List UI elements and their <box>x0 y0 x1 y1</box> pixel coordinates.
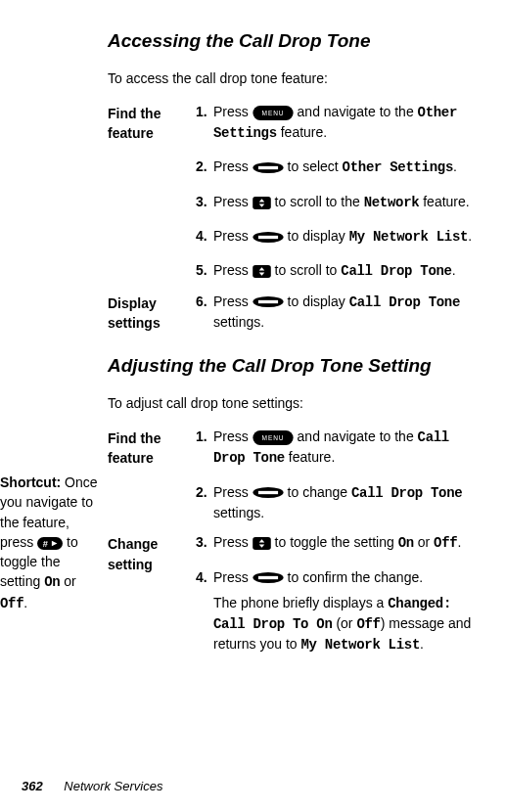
intro-adjusting: To adjust call drop tone settings: <box>108 393 483 413</box>
block-find-feature-2: Find the feature 1.Press and navigate to… <box>108 427 483 522</box>
step-3: 3.Press to scroll to the Network feature… <box>196 192 483 212</box>
hash-key-icon <box>37 537 63 550</box>
label-display-settings: Display settings <box>108 292 184 334</box>
shortcut-note: Shortcut: Once you navigate to the featu… <box>0 473 98 613</box>
step-b2: 2.Press to change Call Drop Tone setting… <box>196 482 483 523</box>
select-key-icon <box>252 296 284 307</box>
intro-accessing: To access the call drop tone feature: <box>108 68 483 88</box>
heading-accessing: Accessing the Call Drop Tone <box>108 27 483 55</box>
shortcut-label: Shortcut: <box>0 474 61 490</box>
scroll-key-icon <box>252 265 271 278</box>
label-find-feature-2: Find the feature <box>108 427 184 522</box>
label-find-feature: Find the feature <box>108 102 184 282</box>
step-2: 2.Press to select Other Settings. <box>196 157 483 177</box>
select-key-icon <box>252 162 284 173</box>
scroll-key-icon <box>252 537 271 550</box>
page-footer: 362 Network Services <box>22 778 162 796</box>
step-4: 4.Press to display My Network List. <box>196 226 483 247</box>
scroll-key-icon <box>252 197 271 209</box>
section-name: Network Services <box>64 779 162 793</box>
menu-key-icon <box>252 430 294 445</box>
block-display-settings: Display settings 6.Press to display Call… <box>108 292 483 334</box>
step-6: 6.Press to display Call Drop Tone settin… <box>196 292 483 333</box>
step-b3: 3.Press to toggle the setting On or Off. <box>196 532 483 553</box>
heading-adjusting: Adjusting the Call Drop Tone Setting <box>108 352 483 380</box>
menu-key-icon <box>252 106 294 120</box>
label-change-setting: Change setting <box>108 532 184 654</box>
step-b4: 4.Press to confirm the change. The phone… <box>196 567 483 655</box>
step-1: 1.Press and navigate to the Other Settin… <box>196 102 483 144</box>
shortcut-off: Off <box>0 596 23 611</box>
select-key-icon <box>252 487 284 498</box>
shortcut-on: On <box>44 574 60 590</box>
select-key-icon <box>252 232 284 243</box>
shortcut-text-3: or <box>60 573 75 589</box>
select-key-icon <box>252 572 284 583</box>
step-b1: 1.Press and navigate to the Call Drop To… <box>196 427 483 469</box>
block-find-feature-1: Find the feature 1.Press and navigate to… <box>108 102 483 282</box>
step-5: 5.Press to scroll to Call Drop Tone. <box>196 260 483 281</box>
shortcut-text-4: . <box>23 595 27 610</box>
page-number: 362 <box>22 779 43 793</box>
block-change-setting: Change setting 3.Press to toggle the set… <box>108 532 483 654</box>
